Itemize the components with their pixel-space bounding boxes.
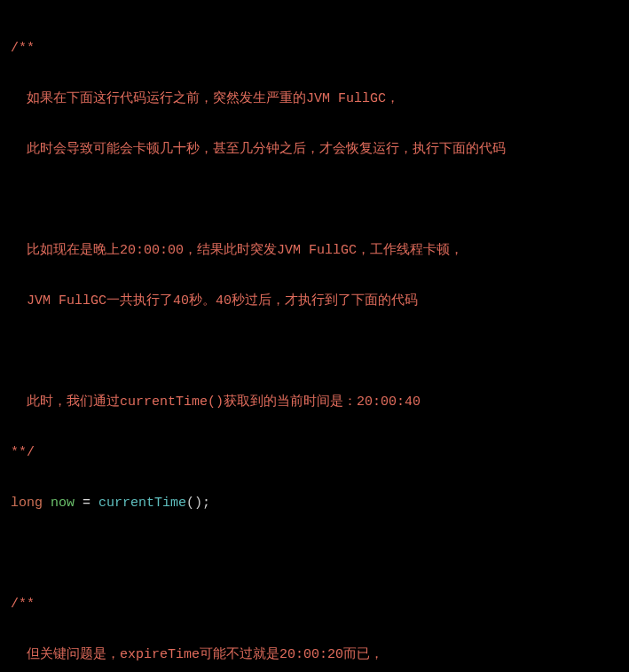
type-keyword: long — [11, 496, 43, 511]
comment-line: 此时会导致可能会卡顿几十秒，甚至几分钟之后，才会恢复运行，执行下面的代码 — [27, 142, 506, 157]
operator: = — [75, 496, 98, 511]
comment-open: /** — [11, 597, 35, 612]
comment-line: 如果在下面这行代码运行之前，突然发生严重的JVM FullGC， — [27, 91, 399, 106]
comment-close: **/ — [11, 445, 35, 460]
code-editor: /** 如果在下面这行代码运行之前，突然发生严重的JVM FullGC， 此时会… — [11, 11, 618, 672]
statement-end: (); — [186, 496, 210, 511]
comment-line: JVM FullGC一共执行了40秒。40秒过后，才执行到了下面的代码 — [27, 293, 418, 309]
function-call: currentTime — [98, 496, 186, 511]
comment-line: 此时，我们通过currentTime()获取到的当前时间是：20:00:40 — [27, 395, 421, 410]
comment-line: 比如现在是晚上20:00:00，结果此时突发JVM FullGC，工作线程卡顿， — [27, 243, 463, 258]
comment-open: /** — [11, 41, 35, 56]
comment-line: 但关键问题是，expireTime可能不过就是20:00:20而已， — [27, 647, 383, 662]
variable-now: now — [51, 496, 75, 511]
